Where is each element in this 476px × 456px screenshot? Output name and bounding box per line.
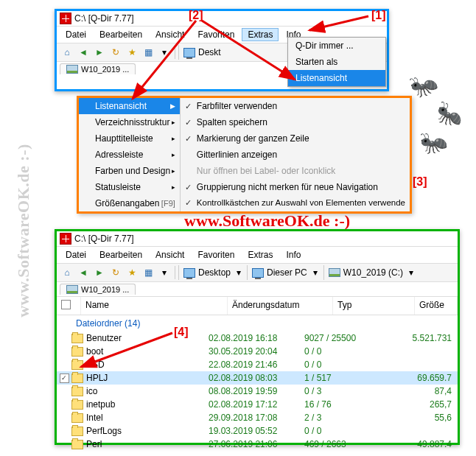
opt-farbfilter[interactable]: Farbfilter verwenden [181,98,410,114]
crumb-desktop[interactable]: Deskt [178,45,225,60]
table-row[interactable]: boot30.05.2019 20:040 / 0 [57,345,458,358]
row-name[interactable]: Intel [71,413,209,423]
back-icon[interactable]: ◄ [76,265,91,280]
menu-datei[interactable]: Datei [60,28,92,41]
menu-info[interactable]: Info [280,248,307,262]
file-list-header[interactable]: Name Änderungsdatum Typ Größe [57,296,458,315]
menu-item-starten-als[interactable]: Starten als [288,54,385,70]
menu-bearbeiten[interactable]: Bearbeiten [94,28,148,41]
menu-extras[interactable]: Extras [242,248,279,262]
table-row[interactable]: Intel29.09.2018 17:082 / 355,6 [57,411,458,424]
grid-icon[interactable]: ▦ [141,265,155,280]
qdir-window-bottom: C:\ [Q-Dir 7.77] Datei Bearbeiten Ansich… [55,229,460,445]
file-list-body: Benutzer02.08.2019 16:189027 / 255005.52… [57,332,458,451]
menu-ansicht[interactable]: Ansicht [150,28,190,41]
table-row[interactable]: Benutzer02.08.2019 16:189027 / 255005.52… [57,332,458,345]
menu-bearbeiten[interactable]: Bearbeiten [94,248,148,262]
table-row[interactable]: Perl27.06.2019 21:06469 / 266349.887.4 [57,438,458,451]
menu-favoriten[interactable]: Favoriten [192,28,240,41]
submenu-statusleiste[interactable]: Statusleiste▸ [79,179,180,195]
table-row[interactable]: ESD22.08.2019 21:460 / 0 [57,358,458,371]
tab[interactable]: W10_2019 ... [60,63,136,74]
menu-extras[interactable]: Extras [242,28,279,41]
row-size: 5.521.731 [377,333,458,343]
row-name[interactable]: ESD [71,359,209,370]
submenu-farben-design[interactable]: Farben und Design▸ [79,163,180,179]
row-size: 49.887.4 [377,439,458,449]
row-name[interactable]: boot [71,346,209,357]
ant-decoration-icon: 🐜 [419,129,449,155]
checkbox-icon[interactable] [61,300,71,309]
row-name[interactable]: PerfLogs [71,426,209,436]
favorite-icon[interactable]: ★ [125,45,139,60]
menu-item-qdir-immer[interactable]: Q-Dir immer ... [288,38,385,54]
home-icon[interactable]: ⌂ [60,265,74,280]
col-date[interactable]: Änderungsdatum [228,297,333,315]
annotation-4: [4] [174,326,189,339]
col-typ[interactable]: Typ [333,297,415,315]
titlebar-top: C:\ [Q-Dir 7.77] [57,11,387,27]
table-row[interactable]: ico08.08.2019 19:590 / 387,4 [57,385,458,398]
chevron-right-icon: ▸ [172,151,175,158]
forward-icon[interactable]: ► [92,265,107,280]
opt-kontrollkaestchen[interactable]: Kontrollkästchen zur Auswahl von Element… [181,195,410,210]
checkbox-icon[interactable]: ✓ [60,373,69,383]
row-checkbox[interactable]: ✓ [57,373,71,383]
refresh-icon[interactable]: ↻ [108,265,123,280]
dropdown-icon[interactable]: ▾ [157,45,172,60]
crumb-pc[interactable]: Dieser PC▾ [247,265,322,280]
menu-favoriten[interactable]: Favoriten [192,248,240,262]
desktop-icon [183,268,195,278]
row-size: 87,4 [377,386,458,396]
opt-gruppierung[interactable]: Gruppierung nicht merken für neue Naviga… [181,179,410,195]
folder-icon [71,334,83,343]
row-typ: 16 / 76 [304,399,377,410]
submenu-listenansicht[interactable]: Listenansicht▶ [79,98,180,114]
row-name[interactable]: Perl [71,439,209,449]
refresh-icon[interactable]: ↻ [108,45,123,60]
opt-nur-oeffnen: Nur öffnen bei Label- oder Iconklick [181,163,410,179]
folder-icon [71,360,83,370]
row-typ: 0 / 0 [304,426,377,436]
table-row[interactable]: inetpub02.08.2019 17:1216 / 76265,7 [57,398,458,411]
opt-markierung-zeile[interactable]: Markierung der ganzen Zeile [181,130,410,147]
menu-ansicht[interactable]: Ansicht [150,248,190,262]
favorite-icon[interactable]: ★ [125,265,139,280]
row-name[interactable]: ico [71,386,209,396]
menu-datei[interactable]: Datei [60,248,92,262]
chevron-right-icon: ▸ [172,119,175,126]
menu-item-listenansicht[interactable]: Listenansicht [288,70,385,86]
table-row[interactable]: PerfLogs19.03.2019 05:520 / 0 [57,424,458,438]
submenu-adressleiste[interactable]: Adressleiste▸ [79,147,180,163]
col-checkbox[interactable] [57,297,81,315]
home-icon[interactable]: ⌂ [60,45,74,60]
chevron-right-icon: ▸ [172,167,175,175]
grid-icon[interactable]: ▦ [141,45,155,60]
table-row[interactable]: ✓HPLJ02.08.2019 08:031 / 51769.659.7 [57,371,458,385]
folder-icon [71,400,83,410]
chevron-right-icon: ▶ [170,102,175,110]
forward-icon[interactable]: ► [92,45,107,60]
drive-icon [66,65,78,74]
row-name[interactable]: inetpub [71,399,209,410]
submenu-groessenangaben[interactable]: Größenangaben[F9] [79,195,180,211]
col-name[interactable]: Name [81,297,228,315]
crumb-drive[interactable]: W10_2019 (C:)▾ [323,265,418,280]
submenu-haupttitelleiste[interactable]: Haupttitelleiste▸ [79,130,180,147]
col-size[interactable]: Größe [415,297,458,315]
opt-spalten-speichern[interactable]: Spalten speichern [181,114,410,130]
annotation-1: [1] [371,9,386,22]
dropdown-icon[interactable]: ▾ [157,265,172,280]
tab[interactable]: W10_2019 ... [60,284,136,295]
crumb-desktop[interactable]: Desktop▾ [178,265,245,280]
back-icon[interactable]: ◄ [76,45,91,60]
submenu-verzeichnisstruktur[interactable]: Verzeichnisstruktur▸ [79,114,180,130]
shortcut-key: [F9] [161,199,175,208]
opt-gitterlinien[interactable]: Gitterlinien anzeigen [181,147,410,163]
folder-icon [71,347,83,357]
folder-icon [71,440,83,449]
watermark-vertical: www.SoftwareOK.de :-) [14,144,33,318]
row-name[interactable]: HPLJ [71,373,209,383]
file-group-header[interactable]: Dateiordner (14) [57,315,458,332]
menubar-bot[interactable]: Datei Bearbeiten Ansicht Favoriten Extra… [57,247,458,264]
